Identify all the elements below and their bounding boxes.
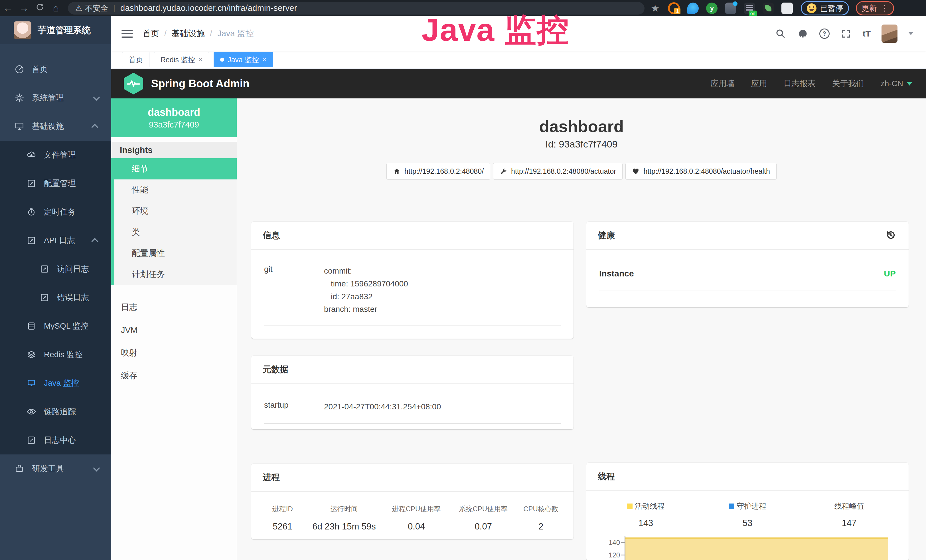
toolbox-icon	[14, 463, 24, 474]
insights-item-config-props[interactable]: 配置属性	[114, 243, 237, 264]
tab-java-monitor[interactable]: Java 监控 ×	[213, 52, 273, 67]
log-edit-icon	[39, 292, 50, 303]
endpoint-caches[interactable]: 缓存	[111, 364, 237, 387]
insights-item-classes[interactable]: 类	[114, 222, 237, 243]
sidebar-item-error-log[interactable]: 错误日志	[0, 283, 111, 312]
chevron-down-icon	[93, 465, 100, 471]
user-avatar[interactable]	[882, 24, 897, 43]
process-col-process-cpu: 进程CPU使用率 0.04	[383, 504, 450, 532]
sba-logo-icon[interactable]	[124, 73, 143, 94]
endpoint-mappings[interactable]: 映射	[111, 342, 237, 364]
instance-sidebar: dashboard 93a3fc7f7409 Insights 细节 性能 环境…	[111, 98, 237, 560]
profile-avatar-emoji	[807, 3, 817, 13]
sidebar-item-dev-tools[interactable]: 研发工具	[0, 454, 111, 483]
sidebar-item-java-monitor[interactable]: Java 监控	[0, 369, 111, 397]
extension-y-icon[interactable]: y	[706, 3, 717, 14]
cards-left-column: 信息 git commit: time: 1596289704000 id: 2…	[251, 222, 573, 539]
metadata-startup-row: startup 2021-04-27T00:44:31.254+08:00	[264, 401, 561, 424]
fullscreen-icon[interactable]	[840, 28, 852, 39]
eye-icon	[26, 407, 36, 417]
insights-item-details[interactable]: 细节	[114, 158, 237, 179]
user-menu-caret-icon[interactable]	[908, 32, 914, 35]
chevron-down-icon	[906, 82, 912, 86]
extensions-row: 1 y on	[668, 2, 793, 14]
hamburger-icon[interactable]	[121, 27, 133, 40]
sba-body: dashboard 93a3fc7f7409 Insights 细节 性能 环境…	[111, 98, 926, 560]
sba-nav-wallboard[interactable]: 应用墙	[711, 78, 735, 89]
legend-live-threads: 活动线程 143	[595, 501, 697, 528]
sba-brand[interactable]: Spring Boot Admin	[151, 77, 250, 90]
sidebar-item-home[interactable]: 首页	[0, 55, 111, 83]
extension-list-icon[interactable]: on	[744, 3, 755, 14]
extensions-puzzle-icon[interactable]	[781, 3, 793, 14]
sidebar-item-log-center[interactable]: 日志中心	[0, 426, 111, 454]
extension-orange-icon[interactable]: 1	[668, 2, 680, 14]
close-icon[interactable]: ×	[262, 56, 266, 64]
warning-icon: ⚠	[75, 4, 82, 13]
reload-icon[interactable]	[32, 3, 48, 14]
github-icon[interactable]	[797, 28, 808, 39]
breadcrumb-infrastructure[interactable]: 基础设施	[172, 28, 205, 39]
sidebar-item-file-management[interactable]: 文件管理	[0, 141, 111, 169]
profile-paused-button[interactable]: 已暂停	[801, 1, 849, 15]
info-git-value: commit: time: 1596289704000 id: 27aa832 …	[324, 265, 561, 316]
threads-area-series	[625, 537, 888, 560]
database-icon	[26, 321, 36, 331]
app-logo-row[interactable]: 芋道管理系统	[0, 16, 111, 44]
locale-select[interactable]: zh-CN	[881, 79, 912, 88]
endpoint-logs[interactable]: 日志	[111, 296, 237, 319]
instance-id: 93a3fc7f7409	[149, 120, 199, 130]
browser-update-button[interactable]: 更新 ⋮	[856, 1, 894, 15]
address-bar[interactable]: ⚠ 不安全 | dashboard.yudao.iocoder.cn/infra…	[68, 2, 645, 15]
insights-item-metrics[interactable]: 性能	[114, 179, 237, 201]
page-title: dashboard	[237, 117, 926, 136]
process-col-cpus: CPU核心数 2	[517, 504, 565, 532]
insights-item-scheduled-tasks[interactable]: 计划任务	[114, 264, 237, 285]
home-icon[interactable]: ⌂	[48, 3, 64, 14]
sidebar-item-mysql-monitor[interactable]: MySQL 监控	[0, 312, 111, 341]
forward-icon[interactable]: →	[16, 3, 32, 14]
bookmark-star-icon[interactable]: ★	[651, 3, 659, 14]
back-icon[interactable]: ←	[0, 3, 16, 14]
sba-nav-journal[interactable]: 日志报表	[784, 78, 816, 89]
search-icon[interactable]	[775, 28, 786, 39]
sba-nav-links: 应用墙 应用 日志报表 关于我们 zh-CN	[711, 78, 926, 89]
sba-nav-about[interactable]: 关于我们	[832, 78, 864, 89]
instance-header[interactable]: dashboard 93a3fc7f7409	[111, 98, 237, 137]
sidebar-item-api-log[interactable]: API 日志	[0, 226, 111, 255]
sidebar-item-infrastructure[interactable]: 基础设施	[0, 112, 111, 141]
sidebar-item-system[interactable]: 系统管理	[0, 83, 111, 112]
insights-item-environment[interactable]: 环境	[114, 201, 237, 222]
extension-grid-icon[interactable]	[725, 3, 736, 14]
url-text[interactable]: dashboard.yudao.iocoder.cn/infra/admin-s…	[120, 3, 297, 13]
tab-redis-monitor[interactable]: Redis 监控 ×	[154, 52, 209, 67]
sba-nav-applications[interactable]: 应用	[751, 78, 767, 89]
log-edit-icon	[39, 264, 50, 274]
sidebar-item-tracing[interactable]: 链路追踪	[0, 397, 111, 426]
sidebar-item-access-log[interactable]: 访问日志	[0, 255, 111, 283]
sidebar-item-redis-monitor[interactable]: Redis 监控	[0, 341, 111, 369]
health-url-link[interactable]: http://192.168.0.2:48080/actuator/health	[625, 163, 776, 180]
edit-icon	[26, 178, 36, 189]
history-icon[interactable]	[886, 230, 897, 241]
process-col-system-cpu: 系统CPU使用率 0.07	[450, 504, 517, 532]
endpoint-jvm[interactable]: JVM	[111, 319, 237, 342]
browser-menu-icon[interactable]: ⋮	[881, 3, 889, 13]
security-warning[interactable]: ⚠ 不安全	[75, 3, 108, 14]
extension-leaf-icon[interactable]	[763, 3, 774, 14]
home-icon	[393, 168, 400, 175]
tags-bar: 首页 Redis 监控 × Java 监控 ×	[111, 51, 926, 69]
sidebar-item-scheduled-jobs[interactable]: 定时任务	[0, 198, 111, 226]
close-icon[interactable]: ×	[198, 56, 203, 64]
breadcrumb-home[interactable]: 首页	[142, 28, 159, 39]
extension-pin-icon[interactable]	[687, 3, 699, 14]
service-url-link[interactable]: http://192.168.0.2:48080/	[386, 163, 490, 180]
breadcrumb: 首页 / 基础设施 / Java 监控	[142, 28, 254, 39]
tab-home[interactable]: 首页	[122, 52, 150, 67]
font-size-icon[interactable]: tT	[863, 29, 871, 38]
actuator-url-link[interactable]: http://192.168.0.2:48080/actuator	[493, 163, 623, 180]
java-monitor-icon	[26, 378, 36, 388]
help-icon[interactable]: ?	[819, 29, 830, 39]
sidebar-item-config-management[interactable]: 配置管理	[0, 169, 111, 198]
app-title: 芋道管理系统	[38, 24, 91, 36]
